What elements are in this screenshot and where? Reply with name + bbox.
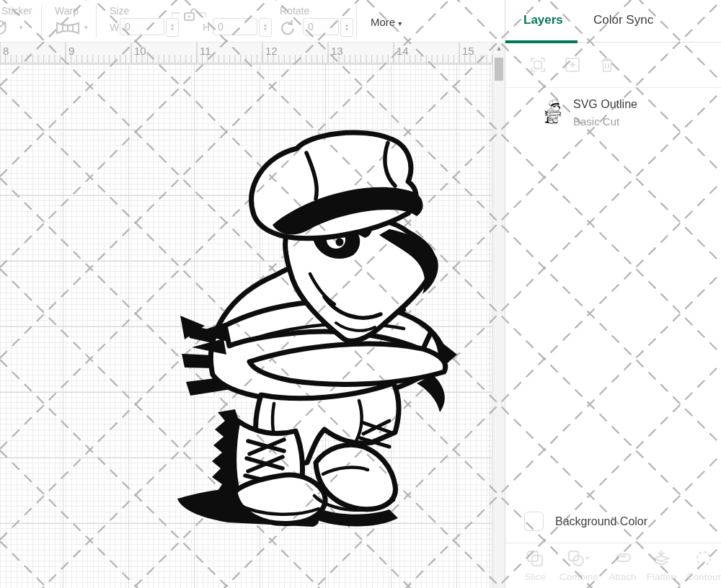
stepper-down-icon[interactable]: ▼ (170, 27, 175, 32)
horizontal-ruler: 89101112131415 (0, 42, 492, 63)
ruler-number: 11 (200, 45, 211, 57)
sticker-icon[interactable] (0, 19, 12, 39)
contour-label: Contour (686, 571, 721, 582)
vertical-scrollbar[interactable]: ▲ (492, 42, 505, 588)
ruler-number: 9 (68, 45, 74, 57)
warp-label: Warp (55, 5, 79, 17)
attach-label: Attach (609, 571, 636, 582)
panel-spacer (505, 138, 721, 503)
rotate-icon[interactable] (280, 19, 297, 40)
contour-button[interactable]: Contour (686, 549, 721, 582)
toolbar-separator (356, 4, 357, 37)
stepper-down-icon[interactable]: ▼ (345, 27, 350, 32)
design-app: Sticker ▾ Warp ▾ Size W ▲ ▼ H ▲ ▼ Rotate (0, 0, 721, 588)
design-canvas[interactable] (0, 63, 492, 588)
background-color-label: Background Color (555, 515, 647, 528)
layer-cut-type: Basic Cut (573, 115, 637, 128)
tab-layers[interactable]: Layers (523, 13, 563, 27)
size-label: Size (110, 5, 129, 17)
slice-label: Slice (525, 571, 546, 582)
mascot-artwork[interactable] (0, 63, 492, 588)
ruler-number: 8 (3, 45, 9, 57)
combine-label: Combine (559, 571, 598, 582)
background-color-swatch[interactable] (524, 512, 544, 531)
top-toolbar: Sticker ▾ Warp ▾ Size W ▲ ▼ H ▲ ▼ Rotate (0, 0, 505, 43)
ruler-number: 13 (331, 45, 343, 57)
height-label: H (203, 22, 210, 33)
slice-icon (526, 549, 544, 568)
layer-toolbar (505, 43, 721, 88)
rotate-input[interactable] (303, 18, 339, 35)
sticker-label: Sticker (1, 5, 32, 17)
more-caret-icon: ▾ (398, 19, 402, 27)
delete-icon[interactable] (598, 55, 616, 74)
height-stepper[interactable]: ▲ ▼ (259, 18, 272, 37)
active-tab-underline (505, 40, 578, 43)
layer-thumbnail (544, 99, 562, 128)
duplicate-icon[interactable] (528, 55, 547, 74)
rotate-stepper[interactable]: ▲ ▼ (340, 18, 353, 37)
ruler-number: 15 (462, 45, 474, 57)
layer-name: SVG Outline (573, 98, 637, 111)
combine-icon (567, 549, 591, 568)
background-color-row: Background Color (505, 503, 721, 543)
toolbar-separator (41, 4, 42, 37)
scrollbar-thumb[interactable] (495, 58, 503, 81)
attach-icon (611, 549, 633, 568)
attach-button[interactable]: Attach (609, 549, 637, 582)
height-input[interactable] (213, 18, 257, 35)
width-label: W (110, 22, 119, 33)
rotate-label: Rotate (280, 5, 309, 17)
ruler-number: 10 (134, 45, 146, 57)
tab-color-sync[interactable]: Color Sync (593, 13, 653, 27)
flatten-label: Flatten (647, 571, 676, 582)
panel-action-bar: Slice Combine Attach Flatten (505, 543, 721, 588)
sticker-caret-icon[interactable]: ▾ (19, 24, 23, 31)
contour-icon (694, 549, 713, 568)
warp-icon[interactable] (55, 20, 81, 39)
add-layer-icon[interactable] (563, 55, 582, 74)
more-label: More (371, 16, 395, 28)
panel-tabs: Layers Color Sync (505, 0, 721, 43)
combine-button[interactable]: Combine (559, 549, 598, 582)
layer-item[interactable]: SVG Outline Basic Cut (505, 88, 721, 138)
width-input[interactable] (120, 18, 164, 35)
right-panel: Layers Color Sync SVG Outline Basic Cut (505, 0, 721, 588)
toolbar-separator (96, 4, 97, 37)
warp-caret-icon[interactable]: ▾ (84, 24, 88, 31)
flatten-button[interactable]: Flatten (647, 549, 676, 582)
layer-texts: SVG Outline Basic Cut (573, 98, 637, 128)
lock-icon[interactable] (182, 7, 197, 24)
ruler-number: 14 (397, 45, 409, 57)
scroll-up-icon[interactable]: ▲ (493, 45, 505, 52)
flatten-icon (651, 549, 671, 568)
stepper-down-icon[interactable]: ▼ (263, 27, 268, 32)
ruler-number: 12 (265, 45, 278, 57)
slice-button[interactable]: Slice (521, 549, 549, 582)
more-button[interactable]: More ▾ (371, 16, 402, 28)
